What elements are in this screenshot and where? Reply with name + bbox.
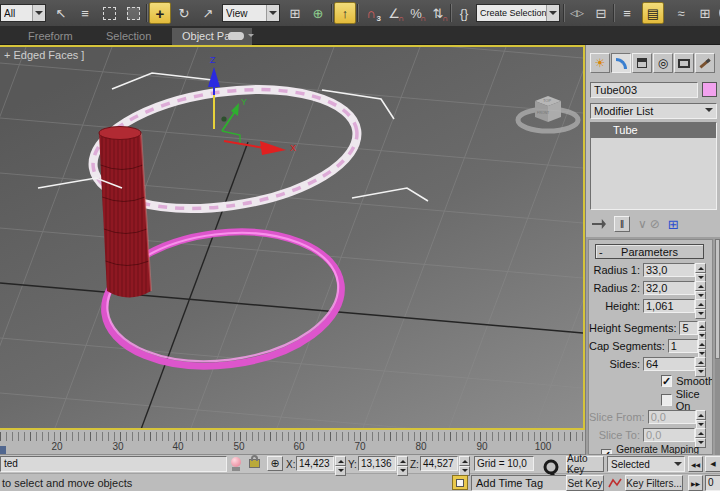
slice-on-label: Slice On — [676, 388, 712, 412]
prompt-line: to select and move objects — [2, 477, 132, 489]
key-mode-curve-icon[interactable] — [608, 477, 622, 489]
modifier-stack[interactable]: Tube — [590, 122, 717, 210]
smooth-checkbox-row[interactable]: ✓ Smooth — [589, 373, 712, 389]
perspective-viewport[interactable]: Z Y X TOP FRONT — [0, 45, 585, 430]
slice-to-field[interactable]: 0,0 — [643, 428, 695, 442]
select-and-scale-icon[interactable]: ↗ — [197, 2, 219, 24]
selection-filter-dropdown[interactable]: All — [0, 4, 46, 22]
slice-from-field[interactable]: 0,0 — [648, 410, 696, 424]
current-frame-field[interactable]: 0 — [705, 475, 720, 491]
key-filters-button[interactable]: Key Filters... — [625, 475, 683, 491]
viewport-shading-label[interactable]: + Edged Faces ] — [4, 49, 84, 61]
isolate-selection-icon[interactable] — [452, 475, 468, 490]
auto-key-button[interactable]: Auto Key — [566, 456, 604, 472]
object-color-swatch[interactable] — [702, 82, 717, 97]
checkbox-unchecked-icon[interactable] — [661, 394, 672, 406]
graphite-ribbon-toggle-icon[interactable]: ▤ — [642, 2, 664, 24]
y-spinner[interactable] — [397, 456, 408, 471]
spinner[interactable] — [695, 281, 706, 296]
x-coord-field[interactable]: 14,423 — [296, 456, 334, 471]
angle-snap-icon[interactable]: ∠∩ — [383, 2, 405, 24]
curve-editor-icon[interactable]: ≈ — [670, 2, 692, 24]
checkbox-checked-icon[interactable]: ✓ — [661, 375, 672, 387]
sides-field[interactable]: 64 — [643, 357, 695, 371]
show-end-result-icon[interactable]: ‖ — [614, 216, 630, 232]
track-bar-ticks — [0, 432, 585, 441]
selection-set-dropdown[interactable]: Selected — [607, 456, 685, 472]
reference-coordinate-dropdown[interactable]: View — [222, 4, 280, 22]
go-to-start-button[interactable]: ◀◀ — [688, 456, 703, 472]
spinner[interactable] — [695, 299, 706, 314]
parameters-rollout-header[interactable]: - Parameters — [595, 244, 704, 259]
create-tab-icon[interactable]: ☀ — [590, 53, 610, 73]
keyboard-shortcut-override-icon[interactable]: ↑ — [334, 2, 356, 24]
snap-toggle-3d-icon[interactable]: ∩3 — [360, 2, 382, 24]
spinner[interactable] — [698, 339, 706, 354]
select-and-move-icon[interactable]: + — [149, 2, 171, 24]
chevron-down-icon — [546, 5, 559, 21]
pin-stack-icon[interactable] — [592, 219, 606, 229]
display-tab-icon[interactable] — [674, 53, 694, 73]
material-editor-icon[interactable] — [716, 2, 720, 24]
spinner[interactable] — [695, 357, 706, 372]
percent-snap-icon[interactable]: %∩ — [405, 2, 427, 24]
red-cylinder-object[interactable] — [99, 127, 151, 298]
mirror-icon[interactable]: ◁▷ — [566, 2, 588, 24]
set-key-button[interactable]: Set Key — [566, 475, 604, 491]
view-cube[interactable]: TOP FRONT — [518, 96, 578, 131]
select-and-rotate-icon[interactable]: ↻ — [173, 2, 195, 24]
selection-region-icon[interactable] — [98, 2, 120, 24]
utilities-tab-icon[interactable] — [695, 53, 715, 73]
time-slider-marker[interactable] — [0, 446, 6, 454]
ribbon-tab-freeform[interactable]: Freeform — [18, 28, 83, 45]
spinner[interactable] — [695, 263, 706, 278]
select-by-name-icon[interactable]: ≡ — [74, 2, 96, 24]
slice-on-checkbox-row[interactable]: Slice On — [589, 392, 712, 408]
z-coord-field[interactable]: 44,527 — [420, 456, 458, 471]
hierarchy-tab-icon[interactable] — [632, 53, 652, 73]
status-line-field: ted — [0, 456, 227, 472]
modifier-list-dropdown[interactable]: Modifier List — [590, 103, 717, 119]
z-spinner[interactable] — [459, 456, 470, 471]
x-spinner[interactable] — [335, 456, 346, 471]
height-segments-field[interactable]: 5 — [679, 321, 698, 335]
go-to-end-button[interactable]: ▶▶ — [688, 475, 703, 491]
edit-named-selection-sets-icon[interactable]: {} — [453, 2, 475, 24]
select-object-icon[interactable]: ↖ — [50, 2, 72, 24]
previous-frame-button[interactable]: ◀ — [705, 456, 720, 472]
motion-tab-icon[interactable]: ◎ — [653, 53, 673, 73]
modify-tab-icon[interactable] — [611, 53, 631, 73]
generate-mapping-coords-row[interactable]: ✓ Generate Mapping Coords. — [589, 447, 712, 455]
prompt-bulb-icon[interactable] — [231, 457, 241, 467]
track-bar[interactable]: 20 30 40 50 60 70 80 90 100 — [0, 430, 585, 455]
radius1-field[interactable]: 33,0 — [643, 263, 695, 277]
use-pivot-point-center-icon[interactable]: ⊞ — [284, 2, 306, 24]
chevron-down-icon — [702, 104, 716, 118]
y-coord-field[interactable]: 13,136 — [358, 456, 396, 471]
manage-layers-icon[interactable]: ≡ — [616, 2, 638, 24]
select-and-manipulate-icon[interactable]: ⊕ — [307, 2, 329, 24]
ribbon-tab-selection[interactable]: Selection — [96, 28, 161, 45]
spinner-snap-icon[interactable]: ⇅∩ — [427, 2, 449, 24]
radius2-field[interactable]: 32,0 — [643, 281, 695, 295]
make-unique-icon[interactable]: ∨ — [638, 217, 647, 231]
named-selection-sets-dropdown[interactable]: Create Selection Se — [476, 4, 560, 22]
ribbon-minimize-icon[interactable] — [228, 32, 244, 40]
spinner[interactable] — [695, 428, 706, 443]
configure-modifier-sets-icon[interactable]: ⊞ — [668, 217, 679, 232]
status-animation-bar: ted ⊕ X: 14,423 Y: 13,136 Z: 44,527 Grid… — [0, 455, 720, 491]
spinner[interactable] — [698, 321, 706, 336]
height-field[interactable]: 1,061 — [643, 299, 695, 313]
cap-segments-field[interactable]: 1 — [668, 339, 698, 353]
chevron-down-icon[interactable] — [248, 34, 254, 40]
rollout-scrollbar[interactable] — [715, 239, 720, 455]
align-icon[interactable]: ⊟ — [590, 2, 612, 24]
window-crossing-icon[interactable] — [122, 2, 144, 24]
spinner[interactable] — [696, 410, 706, 425]
schematic-view-icon[interactable]: ⊞ — [694, 2, 716, 24]
modifier-stack-item-tube[interactable]: Tube — [591, 123, 716, 138]
chevron-down-icon — [674, 462, 682, 470]
remove-modifier-icon[interactable]: ⊘ — [650, 217, 660, 231]
object-name-field[interactable]: Tube003 — [590, 82, 698, 98]
absolute-mode-toggle-icon[interactable]: ⊕ — [267, 456, 283, 471]
